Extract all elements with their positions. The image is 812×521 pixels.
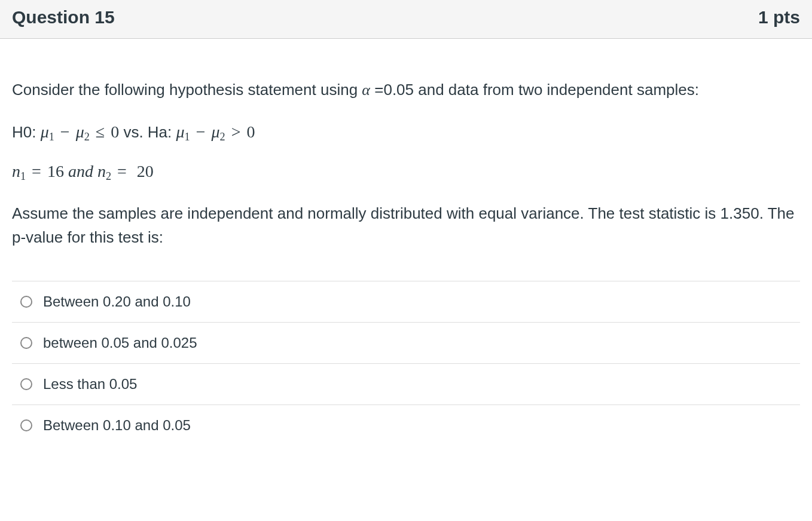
n1: n1	[12, 162, 26, 180]
mu1: μ1	[41, 122, 54, 141]
answer-text: Between 0.10 and 0.05	[43, 417, 191, 434]
eq-op-2: =	[111, 162, 133, 180]
gt-op: >	[225, 122, 247, 141]
answer-text: between 0.05 and 0.025	[43, 335, 197, 351]
n2-val: 20	[133, 162, 154, 180]
mu2: μ2	[76, 122, 90, 141]
n1-val: 16	[47, 162, 64, 180]
zero: 0	[111, 122, 119, 141]
answer-text: Between 0.20 and 0.10	[43, 293, 191, 310]
alpha-eq: =	[370, 81, 383, 99]
prompt-text-pre: Consider the following hypothesis statem…	[12, 81, 362, 99]
n2: n2	[97, 162, 111, 180]
question-points: 1 pts	[758, 7, 800, 27]
question-header: Question 15 1 pts	[0, 0, 812, 39]
answer-option-2[interactable]: between 0.05 and 0.025	[12, 323, 800, 364]
hypothesis-line: H0: μ1−μ2≤0 vs. Ha: μ1−μ2>0	[12, 120, 800, 145]
minus-op-2: −	[190, 122, 212, 141]
question-body: Consider the following hypothesis statem…	[0, 39, 812, 452]
question-prompt-2: Assume the samples are independent and n…	[12, 201, 800, 250]
answer-text: Less than 0.05	[43, 376, 137, 393]
radio-icon[interactable]	[20, 378, 32, 390]
eq-op: =	[26, 162, 47, 180]
alpha-symbol: α	[362, 81, 370, 99]
mu1b: μ1	[176, 122, 190, 141]
radio-icon[interactable]	[20, 337, 32, 349]
le-op: ≤	[90, 122, 111, 141]
radio-icon[interactable]	[20, 296, 32, 308]
radio-icon[interactable]	[20, 419, 32, 431]
question-prompt-1: Consider the following hypothesis statem…	[12, 78, 800, 102]
question-title: Question 15	[12, 7, 115, 27]
mu2b: μ2	[211, 122, 225, 141]
minus-op: −	[54, 122, 76, 141]
zero-2: 0	[246, 122, 255, 141]
answer-option-3[interactable]: Less than 0.05	[12, 364, 800, 405]
answer-list: Between 0.20 and 0.10 between 0.05 and 0…	[12, 281, 800, 446]
vs-ha-label: vs. Ha:	[119, 123, 176, 141]
and-text: and	[64, 162, 97, 180]
sample-size-line: n1=16 and n2= 20	[12, 160, 800, 185]
answer-option-1[interactable]: Between 0.20 and 0.10	[12, 281, 800, 323]
prompt-text-post: 0.05 and data from two independent sampl…	[383, 81, 699, 99]
h0-label: H0:	[12, 123, 41, 141]
answer-option-4[interactable]: Between 0.10 and 0.05	[12, 405, 800, 446]
